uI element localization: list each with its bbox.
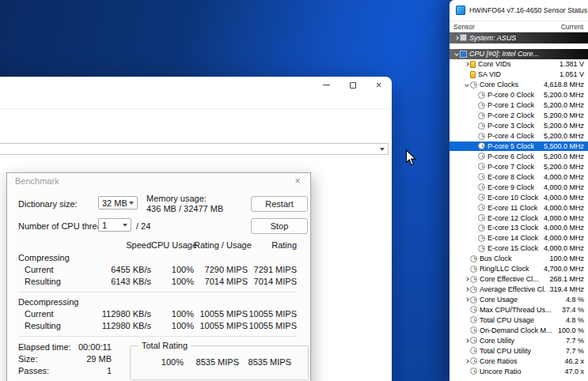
chevron-right-icon — [465, 338, 469, 343]
sensor-row[interactable]: Total CPU Usage4.8 % — [450, 315, 588, 325]
current-column-header[interactable]: Current — [561, 23, 583, 31]
stop-button[interactable]: Stop — [251, 218, 308, 234]
sensor-label: CPU [#0]: Intel Core... — [469, 50, 539, 58]
hwinfo-sensor-window: HWiNFO64 v7.16-4650 Sensor Status Sensor… — [450, 0, 588, 381]
sensor-row[interactable]: E-core 15 Clock4,000.0 MHz — [450, 243, 588, 254]
system-icon — [460, 34, 467, 41]
sensor-row[interactable]: Ring/LLC Clock4,700.0 MHz — [450, 264, 588, 274]
sensor-value: 1.051 V — [556, 70, 584, 78]
rating-usage-value: 7014 MIPS — [194, 277, 248, 286]
sensor-group-header[interactable]: CPU [#0]: Intel Core... — [450, 49, 588, 60]
sensor-value: 4,000.0 MHz — [541, 244, 584, 252]
sensor-row[interactable]: P-core 4 Clock5,200.0 MHz — [450, 131, 588, 141]
sensor-row[interactable]: Core VIDs1.381 V — [450, 59, 588, 70]
clock-icon — [470, 347, 477, 354]
row-label: Resulting — [18, 277, 94, 286]
sensor-label: P-core 6 Clock — [487, 153, 534, 160]
sensor-label: Bus Clock — [480, 255, 512, 262]
dialog-title: Benchmark — [15, 176, 59, 186]
sensor-group-header[interactable]: System: ASUS — [450, 32, 588, 43]
clock-icon — [470, 81, 477, 89]
sensor-row[interactable]: P-core 1 Clock5,200.0 MHz — [450, 100, 588, 111]
sensor-row[interactable]: E-core 11 Clock4,000.0 MHz — [450, 202, 588, 213]
desktop: { "colors": { "desktop_blue": "#1257d0",… — [0, 0, 588, 381]
section-separator — [18, 292, 297, 292]
restart-button[interactable]: Restart — [251, 196, 308, 212]
sensor-label: Core Clocks — [480, 81, 518, 89]
expand-chevron[interactable] — [463, 298, 470, 301]
sensor-value: 268.1 MHz — [546, 275, 584, 283]
sensor-column-header[interactable]: Sensor — [453, 23, 475, 31]
minimize-button[interactable] — [313, 77, 340, 93]
sensor-row[interactable]: SA VID1.051 V — [450, 70, 588, 80]
sensor-row[interactable]: On-Demand Clock M...100.0 % — [450, 325, 588, 335]
close-button[interactable]: × — [285, 173, 310, 189]
sensor-row[interactable]: P-core 6 Clock5,200.0 MHz — [450, 151, 588, 161]
sensor-label: P-core 5 Clock — [487, 142, 534, 150]
hwinfo-titlebar[interactable]: HWiNFO64 v7.16-4650 Sensor Status — [450, 0, 588, 21]
benchmark-titlebar[interactable]: Benchmark × — [7, 173, 310, 189]
sensor-row[interactable]: E-core 12 Clock4,000.0 MHz — [450, 213, 588, 223]
benchmark-stats: Elapsed time: 00:00:11 Size: 29 MB Passe… — [18, 341, 112, 376]
expand-chevron[interactable] — [453, 36, 460, 40]
clock-icon — [478, 204, 485, 211]
sensor-row[interactable]: Core Effective Cl...268.1 MHz — [450, 274, 588, 285]
chevron-down-icon — [465, 83, 469, 88]
stat-value: 1 — [107, 366, 112, 375]
clock-icon — [478, 133, 485, 140]
sensor-row[interactable]: Average Effective Cl...319.4 MHz — [450, 285, 588, 295]
clock-icon — [478, 173, 485, 180]
cpu-usage-value: 100% — [151, 277, 194, 286]
sensor-row[interactable]: E-core 9 Clock4,000.0 MHz — [450, 182, 588, 192]
clock-icon — [470, 255, 477, 262]
sensor-row[interactable]: P-core 3 Clock5,200.0 MHz — [450, 121, 588, 131]
total-rating-value: 8535 MIPS — [239, 357, 291, 367]
sensor-row[interactable]: P-core 2 Clock5,200.0 MHz — [450, 111, 588, 121]
chevron-down-icon — [123, 224, 127, 227]
stop-button-label: Stop — [271, 221, 289, 231]
maximize-button[interactable] — [340, 77, 366, 93]
column-header: Speed — [94, 240, 151, 250]
address-bar[interactable] — [0, 143, 389, 155]
sensor-row[interactable]: P-core 0 Clock5,200.0 MHz — [450, 90, 588, 100]
sensor-row[interactable]: E-core 8 Clock4,000.0 MHz — [450, 172, 588, 182]
sensor-row[interactable]: Core Clocks4,618.8 MHz — [450, 80, 588, 90]
expand-chevron[interactable] — [463, 288, 470, 291]
sensor-label: Total CPU Utility — [480, 347, 531, 355]
sensor-row[interactable]: P-core 7 Clock5,200.0 MHz — [450, 161, 588, 172]
rating-usage-value: 10055 MIPS — [194, 309, 248, 319]
sensor-row[interactable]: Core Ratios46.2 x — [450, 356, 588, 366]
sensor-row[interactable]: Max CPU/Thread Us...37.4 % — [450, 305, 588, 315]
file-manager-titlebar[interactable]: × — [0, 77, 392, 93]
clock-icon — [470, 326, 477, 334]
expand-chevron[interactable] — [463, 62, 470, 66]
expand-chevron[interactable] — [463, 277, 470, 281]
expand-chevron[interactable] — [463, 83, 470, 86]
sensor-row[interactable]: Core Usage4.8 % — [450, 295, 588, 305]
expand-chevron[interactable] — [453, 52, 460, 55]
total-rating-groupbox: Total Rating 100% 8535 MIPS 8535 MIPS — [130, 341, 309, 380]
close-button[interactable]: × — [366, 77, 392, 93]
expand-chevron[interactable] — [463, 339, 470, 342]
chevron-right-icon — [465, 359, 469, 364]
sensor-row[interactable]: P-core 5 Clock5,500.0 MHz — [450, 141, 588, 152]
sensor-row[interactable]: Core Utility7.7 % — [450, 335, 588, 345]
sensor-row[interactable]: E-core 10 Clock4,000.0 MHz — [450, 192, 588, 202]
sensor-row[interactable]: E-core 14 Clock4,000.0 MHz — [450, 233, 588, 243]
dictionary-size-label: Dictionary size: — [18, 199, 78, 209]
sensor-row[interactable]: Uncore Ratio47.0 x — [450, 366, 588, 376]
clock-icon — [478, 153, 485, 160]
sensor-label: System: ASUS — [469, 34, 516, 42]
sensor-value: 5,200.0 MHz — [541, 101, 584, 109]
table-row: Current112980 KB/s100%10055 MIPS10055 MI… — [18, 307, 297, 319]
dictionary-size-select[interactable]: 32 MB — [98, 196, 138, 209]
chevron-right-icon — [465, 287, 469, 292]
clock-icon — [478, 183, 485, 190]
hwinfo-app-icon — [456, 6, 465, 15]
sensor-row[interactable]: Bus Clock100.0 MHz — [450, 254, 588, 264]
sensor-row[interactable]: Total CPU Utility7.7 % — [450, 345, 588, 356]
sensor-row[interactable]: E-core 13 Clock4,000.0 MHz — [450, 223, 588, 233]
expand-chevron[interactable] — [463, 360, 470, 363]
cpu-threads-select[interactable]: 1 — [98, 218, 131, 232]
sensor-value: 7.7 % — [563, 347, 584, 355]
